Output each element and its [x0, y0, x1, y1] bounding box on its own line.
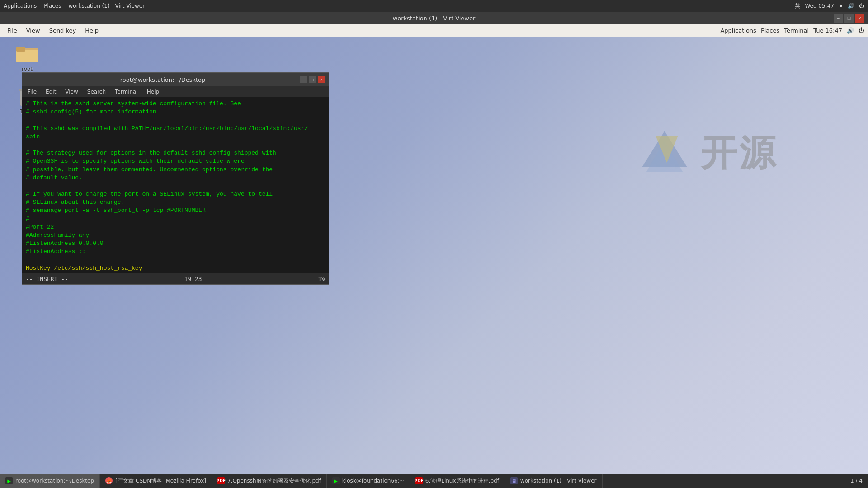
- taskbar-right: 1 / 4: [845, 478, 868, 484]
- taskbar-terminal-label: root@workstation:~/Desktop: [15, 478, 94, 484]
- terminal-title: root@workstation:~/Desktop: [26, 76, 300, 83]
- top-bar-left: Applications Places workstation (1) - Vi…: [4, 3, 145, 9]
- top-system-bar: Applications Places workstation (1) - Vi…: [0, 0, 868, 12]
- terminal-close-button[interactable]: ×: [318, 76, 325, 83]
- menu-send-key[interactable]: Send key: [46, 26, 80, 35]
- terminal-titlebar: root@workstation:~/Desktop − □ ×: [22, 73, 329, 86]
- terminal-window: root@workstation:~/Desktop − □ × File Ed…: [22, 72, 329, 285]
- minimize-button[interactable]: −: [834, 14, 843, 23]
- apps-menu-guest[interactable]: Applications: [720, 27, 756, 34]
- terminal-line-9: # possible, but leave them commented. Un…: [26, 166, 325, 174]
- places-menu-guest[interactable]: Places: [761, 27, 779, 34]
- app-menu-left: File View Send key Help: [4, 26, 102, 35]
- taskbar-item-pdf1[interactable]: PDF 7.Openssh服务的部署及安全优化.pdf: [212, 474, 327, 488]
- virt-viewer-titlebar: workstation (1) - Virt Viewer − □ ×: [0, 12, 868, 24]
- virt-viewer-title: workstation (1) - Virt Viewer: [393, 15, 476, 22]
- taskbar-pdf2-icon: PDF: [415, 477, 423, 484]
- maximize-button[interactable]: □: [844, 14, 854, 23]
- virt-window-controls: − □ ×: [834, 14, 864, 23]
- terminal-line-20: [26, 256, 325, 264]
- taskbar-item-firefox[interactable]: 🦊 [写文章-CSDN博客- Mozilla Firefox]: [100, 474, 212, 488]
- taskbar-kiosk-icon: ▶: [332, 477, 340, 484]
- taskbar-pdf1-icon: PDF: [217, 477, 225, 484]
- top-bar-right: 英 Wed 05:47 ⚫ 🔊 ⏻: [795, 2, 864, 10]
- virt-viewer-menu-bar: File View Send key Help Applications Pla…: [0, 24, 868, 37]
- terminal-line-2: # sshd_config(5) for more information.: [26, 108, 325, 116]
- taskbar: ▶ root@workstation:~/Desktop 🦊 [写文章-CSDN…: [0, 474, 868, 488]
- taskbar-item-terminal[interactable]: ▶ root@workstation:~/Desktop: [0, 474, 100, 488]
- taskbar-terminal-icon: ▶: [5, 477, 13, 484]
- desktop: Applications Places workstation (1) - Vi…: [0, 0, 868, 488]
- terminal-maximize-button[interactable]: □: [309, 76, 316, 83]
- menu-view[interactable]: View: [23, 26, 44, 35]
- app-menu-right: Applications Places Terminal Tue 16:47 🔊…: [720, 27, 864, 34]
- terminal-menu-help[interactable]: Help: [143, 88, 163, 96]
- desktop-icon-root[interactable]: root: [9, 41, 45, 74]
- terminal-menu-view[interactable]: View: [61, 88, 81, 96]
- root-icon-label: root: [22, 66, 33, 72]
- terminal-menu-edit[interactable]: Edit: [42, 88, 60, 96]
- system-power-icon: ⏻: [859, 3, 864, 9]
- system-network-icon: ⚫: [839, 3, 843, 9]
- menu-file[interactable]: File: [4, 26, 21, 35]
- system-places-menu[interactable]: Places: [44, 3, 61, 9]
- guest-power-icon: ⏻: [859, 27, 864, 34]
- terminal-line-15: #: [26, 215, 325, 223]
- bg-logo-svg: [637, 127, 692, 181]
- terminal-line-16: #Port 22: [26, 223, 325, 231]
- terminal-line-21: HostKey /etc/ssh/ssh_host_rsa_key: [26, 264, 325, 272]
- terminal-line-13: # SELinux about this change.: [26, 198, 325, 206]
- terminal-minimize-button[interactable]: −: [300, 76, 307, 83]
- terminal-line-12: # If you want to change the port on a SE…: [26, 190, 325, 198]
- terminal-line-10: # default value.: [26, 174, 325, 182]
- taskbar-viewer-icon: 🖥: [510, 477, 518, 484]
- taskbar-firefox-icon: 🦊: [105, 477, 113, 484]
- terminal-line-5: sbin: [26, 133, 325, 141]
- terminal-line-18: #ListenAddress 0.0.0.0: [26, 239, 325, 248]
- system-time: Wed 05:47: [805, 3, 834, 9]
- guest-volume-icon: 🔊: [847, 27, 854, 34]
- taskbar-pdf1-label: 7.Openssh服务的部署及安全优化.pdf: [227, 477, 321, 485]
- bg-watermark: 开源: [637, 127, 778, 181]
- terminal-controls-right: − □ ×: [300, 76, 325, 83]
- taskbar-item-kiosk[interactable]: ▶ kiosk@foundation66:~: [327, 474, 410, 488]
- system-lang: 英: [795, 2, 800, 10]
- system-window-title: workstation (1) - Virt Viewer: [68, 3, 145, 9]
- terminal-line-17: #AddressFamily any: [26, 231, 325, 239]
- guest-time: Tue 16:47: [813, 27, 842, 34]
- terminal-line-8: # OpenSSH is to specify options with the…: [26, 157, 325, 165]
- taskbar-viewer-label: workstation (1) - Virt Viewer: [520, 478, 597, 484]
- taskbar-item-viewer[interactable]: 🖥 workstation (1) - Virt Viewer: [505, 474, 603, 488]
- terminal-menu-file[interactable]: File: [24, 88, 40, 96]
- menu-help[interactable]: Help: [81, 26, 102, 35]
- terminal-line-19: #ListenAddress ::: [26, 248, 325, 256]
- terminal-menubar: File Edit View Search Terminal Help: [22, 86, 329, 97]
- terminal-line-11: [26, 182, 325, 190]
- taskbar-page-indicator: 1 / 4: [850, 478, 863, 484]
- terminal-line-7: # The strategy used for options in the d…: [26, 149, 325, 157]
- taskbar-kiosk-label: kiosk@foundation66:~: [342, 478, 404, 484]
- terminal-menu-terminal[interactable]: Terminal: [111, 88, 142, 96]
- terminal-menu-guest[interactable]: Terminal: [784, 27, 809, 34]
- taskbar-firefox-label: [写文章-CSDN博客- Mozilla Firefox]: [115, 477, 206, 485]
- terminal-line-3: [26, 116, 325, 124]
- vim-mode: -- INSERT --: [26, 276, 68, 282]
- terminal-line-6: [26, 141, 325, 149]
- vim-percent: 1%: [318, 276, 325, 282]
- system-volume-icon: 🔊: [848, 3, 854, 9]
- svg-rect-3: [16, 47, 25, 52]
- terminal-line-14: # semanage port -a -t ssh_port_t -p tcp …: [26, 206, 325, 215]
- close-button[interactable]: ×: [855, 14, 864, 23]
- terminal-line-1: # This is the sshd server system-wide co…: [26, 100, 325, 108]
- taskbar-pdf2-label: 6.管理Linux系统中的进程.pdf: [425, 477, 499, 485]
- bg-text-chinese: 开源: [701, 129, 778, 178]
- terminal-line-4: # This sshd was compiled with PATH=/usr/…: [26, 125, 325, 133]
- svg-rect-4: [18, 52, 36, 52]
- taskbar-item-pdf2[interactable]: PDF 6.管理Linux系统中的进程.pdf: [410, 474, 505, 488]
- terminal-content[interactable]: # This is the sshd server system-wide co…: [22, 97, 329, 273]
- terminal-menu-search[interactable]: Search: [84, 88, 109, 96]
- terminal-statusbar: -- INSERT -- 19,23 1%: [22, 273, 329, 284]
- folder-icon: [16, 42, 38, 64]
- system-apps-menu[interactable]: Applications: [4, 3, 37, 9]
- vim-position: 19,23: [184, 276, 202, 282]
